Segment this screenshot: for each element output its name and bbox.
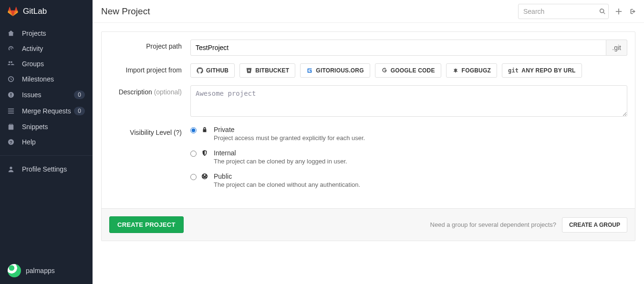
sidebar-footer: palmapps [0,259,93,284]
svg-rect-1 [10,93,11,95]
shield-icon [201,150,209,156]
sidebar-item-milestones[interactable]: Milestones [0,71,93,87]
create-project-button[interactable]: CREATE PROJECT [109,216,184,233]
group-icon [8,61,16,67]
nav-group-main: Projects Activity Groups Milestones Issu… [0,23,93,152]
description-label: Description (optional) [109,85,190,96]
nav-group-profile: Profile Settings [0,159,93,180]
sidebar-item-profile-settings[interactable]: Profile Settings [0,162,93,177]
search-wrap [518,4,609,19]
globe-icon [201,173,209,180]
sidebar-header: GitLab [0,0,93,23]
sidebar-item-label: Help [22,138,36,146]
sidebar-item-merge-requests[interactable]: Merge Requests 0 [0,103,93,119]
import-github-button[interactable]: GITHUB [190,63,235,78]
topbar: New Project [93,0,644,23]
dashboard-icon [8,45,16,52]
import-googlecode-button[interactable]: GOOGLE CODE [375,63,441,78]
clock-icon [8,76,16,82]
sidebar-divider [0,155,93,156]
visibility-public[interactable]: Public The project can be cloned without… [190,172,627,188]
svg-rect-4 [8,111,14,112]
sidebar-item-label: Activity [22,45,43,52]
sidebar-item-label: Issues [22,91,41,99]
visibility-row: Visibility Level (?) Private Project acc… [109,126,627,196]
visibility-public-radio[interactable] [190,174,197,180]
project-path-suffix: .git [606,40,627,56]
username[interactable]: palmapps [26,267,55,274]
visibility-public-title: Public [214,172,360,180]
svg-point-8 [10,167,12,169]
home-icon [8,30,16,37]
exclamation-icon [8,91,16,98]
visibility-internal[interactable]: Internal The project can be cloned by an… [190,149,627,165]
import-label: Import project from [109,63,190,74]
create-group-button[interactable]: CREATE A GROUP [562,217,627,233]
svg-rect-2 [10,96,11,97]
description-textarea[interactable] [190,85,627,117]
content: Project path .git Import project from [93,23,644,250]
card-footer: CREATE PROJECT Need a group for several … [102,208,635,241]
sign-out-icon[interactable] [629,8,635,15]
svg-rect-5 [8,113,14,114]
sidebar-item-label: Snippets [22,123,48,131]
sidebar-item-snippets[interactable]: Snippets [0,119,93,134]
clipboard-icon [8,123,16,130]
import-fogbugz-button[interactable]: FOGBUGZ [446,63,497,78]
plus-icon[interactable] [615,8,622,15]
import-row: Import project from GITHUB BITBUCKET GIT… [109,63,627,78]
sidebar-item-label: Merge Requests [22,107,71,115]
svg-text:?: ? [10,140,12,145]
visibility-private-title: Private [214,126,365,133]
import-bitbucket-button[interactable]: BITBUCKET [239,63,295,78]
project-path-input[interactable] [190,40,606,56]
git-icon: git [508,67,519,74]
sidebar-item-projects[interactable]: Projects [0,26,93,41]
svg-rect-3 [8,109,14,110]
visibility-label: Visibility Level (?) [109,126,190,136]
visibility-internal-radio[interactable] [190,151,197,157]
sidebar-item-issues[interactable]: Issues 0 [0,87,93,103]
import-url-button[interactable]: gitANY REPO BY URL [502,63,582,78]
import-gitorious-button[interactable]: GITORIOUS.ORG [300,63,370,78]
brand-name: GitLab [23,7,47,16]
description-row: Description (optional) [109,85,627,118]
visibility-private-desc: Project access must be granted explicitl… [214,134,365,142]
sidebar: GitLab Projects Activity Groups Mileston… [0,0,93,284]
sidebar-item-label: Profile Settings [22,165,67,173]
sidebar-item-label: Projects [22,30,46,37]
main: New Project Project path [93,0,644,284]
visibility-private-radio[interactable] [190,127,197,133]
github-icon [197,67,203,74]
new-project-card: Project path .git Import project from [101,31,635,241]
tasks-icon [8,108,16,114]
lock-icon [201,126,209,133]
visibility-internal-title: Internal [214,149,347,157]
project-path-row: Project path .git [109,40,627,56]
gitlab-logo-icon [8,7,23,16]
question-icon: ? [8,139,16,145]
bitbucket-icon [246,67,252,74]
search-icon[interactable] [599,8,606,15]
gitorious-icon [306,67,313,74]
visibility-internal-desc: The project can be cloned by any logged … [214,158,347,165]
group-hint: Need a group for several dependent proje… [430,221,557,228]
google-icon [381,67,388,74]
visibility-private[interactable]: Private Project access must be granted e… [190,126,627,142]
sidebar-item-label: Milestones [22,75,54,83]
user-avatar[interactable] [8,264,21,277]
sidebar-item-groups[interactable]: Groups [0,56,93,71]
user-icon [8,166,16,172]
page-title: New Project [101,6,150,17]
sidebar-item-help[interactable]: ? Help [0,134,93,150]
visibility-public-desc: The project can be cloned without any au… [214,181,360,188]
issues-badge: 0 [74,91,85,99]
search-input[interactable] [518,4,609,19]
bug-icon [452,67,459,74]
sidebar-item-activity[interactable]: Activity [0,41,93,56]
mr-badge: 0 [74,107,85,115]
sidebar-item-label: Groups [22,60,44,68]
project-path-label: Project path [109,40,190,50]
